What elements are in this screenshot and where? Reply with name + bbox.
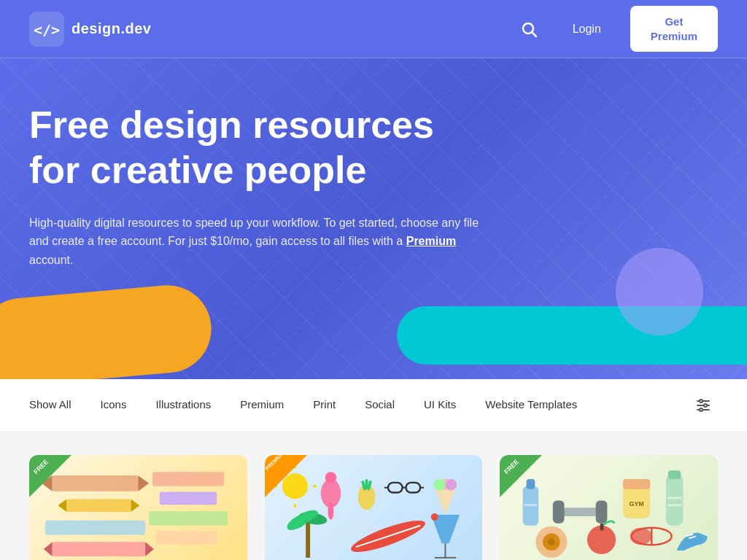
badge-free-1: FREE <box>29 455 76 502</box>
svg-rect-18 <box>45 521 145 535</box>
filter-ui-kits[interactable]: UI Kits <box>409 379 471 432</box>
search-icon <box>520 20 538 38</box>
logo-text: design.dev <box>71 20 151 37</box>
svg-rect-65 <box>553 500 565 523</box>
svg-rect-49 <box>306 518 310 558</box>
filter-premium[interactable]: Premium <box>225 379 298 432</box>
svg-marker-46 <box>435 490 454 515</box>
svg-point-47 <box>433 479 445 491</box>
svg-rect-72 <box>667 497 682 499</box>
svg-point-35 <box>328 502 333 520</box>
hero-description: High-quality digital resources to speed … <box>29 214 481 270</box>
svg-marker-24 <box>145 542 154 556</box>
svg-point-58 <box>430 513 438 521</box>
svg-point-34 <box>325 472 336 483</box>
svg-text:</>: </> <box>34 20 60 38</box>
filter-bar: Show All Icons Illustrations Premium Pri… <box>0 379 747 432</box>
svg-marker-10 <box>29 455 76 502</box>
search-button[interactable] <box>514 15 543 44</box>
filter-illustrations[interactable]: Illustrations <box>141 379 225 432</box>
svg-rect-41 <box>406 483 420 493</box>
hero-section: Free design resources for creative peopl… <box>0 58 747 379</box>
purple-blob <box>616 248 703 335</box>
svg-marker-16 <box>131 499 140 512</box>
logo-icon: </> <box>29 12 64 47</box>
header-nav: Login Get Premium <box>514 6 718 52</box>
svg-point-81 <box>630 528 651 545</box>
card-summer[interactable]: PREMIUM <box>265 455 483 560</box>
hero-title: Free design resources for creative peopl… <box>29 102 540 193</box>
svg-rect-19 <box>152 472 224 486</box>
svg-rect-23 <box>53 542 146 556</box>
badge-free-3: FREE <box>500 455 546 502</box>
svg-rect-70 <box>666 475 684 526</box>
filter-icons[interactable]: Icons <box>86 379 142 432</box>
svg-point-9 <box>700 408 703 411</box>
filter-print[interactable]: Print <box>298 379 350 432</box>
card-banners[interactable]: FREE <box>29 455 247 560</box>
svg-marker-25 <box>44 542 53 556</box>
svg-rect-68 <box>623 479 650 489</box>
svg-rect-22 <box>156 532 217 545</box>
filter-website-templates[interactable]: Website Templates <box>471 379 592 432</box>
premium-link[interactable]: Premium <box>406 235 456 247</box>
login-button[interactable]: Login <box>561 17 613 42</box>
filter-show-all[interactable]: Show All <box>29 379 86 432</box>
svg-rect-64 <box>559 508 602 516</box>
sliders-icon <box>694 397 712 414</box>
svg-rect-20 <box>160 492 217 505</box>
svg-marker-13 <box>138 475 149 491</box>
orange-blob <box>0 281 215 379</box>
site-header: </> design.dev Login Get Premium <box>0 0 747 58</box>
svg-point-8 <box>704 404 707 407</box>
svg-rect-66 <box>596 500 608 523</box>
cards-section: FREE <box>0 432 747 560</box>
card-tools[interactable]: FREE GYM <box>500 455 718 560</box>
hero-content: Free design resources for creative peopl… <box>29 102 540 270</box>
get-premium-button[interactable]: Get Premium <box>630 6 718 52</box>
filter-settings-button[interactable] <box>689 391 718 420</box>
svg-rect-40 <box>388 483 403 493</box>
filter-social[interactable]: Social <box>350 379 409 432</box>
svg-rect-78 <box>600 524 604 531</box>
svg-point-76 <box>548 538 555 545</box>
logo[interactable]: </> design.dev <box>29 12 151 47</box>
badge-premium-2: PREMIUM <box>265 455 311 502</box>
svg-rect-71 <box>668 470 681 479</box>
svg-rect-73 <box>667 504 682 506</box>
svg-point-7 <box>700 400 703 402</box>
svg-line-3 <box>532 32 536 36</box>
svg-point-48 <box>445 479 457 491</box>
svg-marker-59 <box>500 455 546 502</box>
svg-text:GYM: GYM <box>630 500 644 508</box>
svg-rect-21 <box>149 511 228 526</box>
